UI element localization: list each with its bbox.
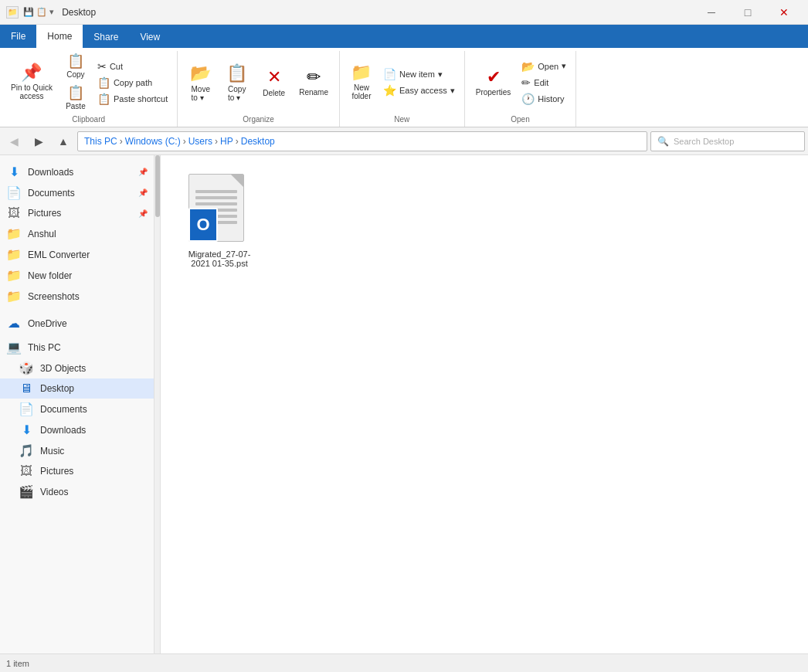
paste-shortcut-icon: 📋 bbox=[97, 93, 110, 105]
copy-path-icon: 📋 bbox=[97, 76, 110, 89]
downloads2-icon: ⬇ bbox=[19, 423, 34, 437]
tab-share[interactable]: Share bbox=[83, 26, 129, 48]
status-text: 1 item bbox=[6, 659, 29, 668]
path-drive[interactable]: Windows (C:) bbox=[125, 136, 181, 147]
organize-label: Organize bbox=[184, 114, 333, 127]
status-bar: 1 item bbox=[0, 653, 808, 672]
copy-button[interactable]: 📋 Copy bbox=[60, 51, 91, 82]
thispc-icon: 💻 bbox=[6, 340, 22, 355]
open-label: Open bbox=[471, 114, 570, 127]
file-area: O Migrated_27-07-2021 01-35.pst bbox=[161, 155, 808, 672]
organize-content: 📂 Moveto ▾ 📋 Copyto ▾ ✕ Delete ✏ Rename bbox=[184, 51, 333, 114]
sidebar-item-desktop[interactable]: 🖥 Desktop bbox=[0, 378, 154, 399]
move-to-button[interactable]: 📂 Moveto ▾ bbox=[184, 60, 217, 105]
rename-button[interactable]: ✏ Rename bbox=[294, 66, 333, 100]
close-button[interactable]: ✕ bbox=[766, 0, 802, 25]
sidebar-item-pictures2[interactable]: 🖼 Pictures bbox=[0, 461, 154, 481]
delete-button[interactable]: ✕ Delete bbox=[256, 64, 291, 100]
sidebar-scrollbar[interactable] bbox=[154, 155, 161, 672]
file-item-pst[interactable]: O Migrated_27-07-2021 01-35.pst bbox=[173, 168, 266, 274]
copy-paste-col: 📋 Copy 📋 Paste bbox=[60, 51, 91, 114]
sidebar-item-videos[interactable]: 🎬 Videos bbox=[0, 481, 154, 502]
videos-icon: 🎬 bbox=[19, 484, 34, 499]
sidebar-item-eml-converter[interactable]: 📁 EML Converter bbox=[0, 244, 154, 265]
new-folder-button[interactable]: 📁 Newfolder bbox=[346, 61, 377, 104]
sidebar-item-3dobjects[interactable]: 🎲 3D Objects bbox=[0, 358, 154, 378]
path-desktop[interactable]: Desktop bbox=[241, 136, 275, 147]
forward-button[interactable]: ▶ bbox=[28, 131, 49, 152]
screenshots-icon: 📁 bbox=[6, 289, 22, 304]
app-icon: 📁 bbox=[6, 6, 19, 19]
new-folder-icon: 📁 bbox=[6, 268, 22, 283]
open-button[interactable]: 📂 Open ▾ bbox=[518, 59, 569, 74]
cut-button[interactable]: ✂ Cut bbox=[94, 59, 171, 74]
back-button[interactable]: ◀ bbox=[3, 131, 25, 152]
sidebar-item-documents[interactable]: 📄 Documents 📌 bbox=[0, 182, 154, 203]
properties-button[interactable]: ✔ Properties bbox=[471, 66, 516, 100]
rename-icon: ✏ bbox=[307, 69, 321, 86]
maximize-button[interactable]: □ bbox=[730, 0, 766, 25]
sidebar-item-onedrive[interactable]: ☁ OneDrive bbox=[0, 313, 154, 334]
edit-icon: ✏ bbox=[521, 76, 531, 89]
path-users[interactable]: Users bbox=[188, 136, 212, 147]
sidebar-item-new-folder[interactable]: 📁 New folder bbox=[0, 265, 154, 286]
sidebar-item-pictures[interactable]: 🖼 Pictures 📌 bbox=[0, 203, 154, 223]
pin-icon-3: 📌 bbox=[138, 209, 148, 218]
properties-icon: ✔ bbox=[487, 69, 501, 86]
history-icon: 🕐 bbox=[521, 93, 535, 105]
path-hp[interactable]: HP bbox=[220, 136, 233, 147]
sidebar-item-downloads[interactable]: ⬇ Downloads 📌 bbox=[0, 161, 154, 182]
new-item-button[interactable]: 📄 New item ▾ bbox=[380, 66, 458, 82]
copy-to-icon: 📋 bbox=[226, 63, 247, 83]
clipboard-content: 📌 Pin to Quick access 📋 Copy 📋 Paste ✂ C… bbox=[6, 51, 171, 114]
pin-icon: 📌 bbox=[21, 64, 42, 81]
open-group: ✔ Properties 📂 Open ▾ ✏ Edit 🕐 History bbox=[465, 51, 577, 127]
edit-button[interactable]: ✏ Edit bbox=[518, 75, 569, 90]
music-icon: 🎵 bbox=[19, 443, 34, 458]
sidebar-area: ⬇ Downloads 📌 📄 Documents 📌 🖼 Pictures 📌… bbox=[0, 155, 161, 672]
tab-view[interactable]: View bbox=[129, 26, 171, 48]
clipboard-group: 📌 Pin to Quick access 📋 Copy 📋 Paste ✂ C… bbox=[0, 51, 178, 127]
new-folder-icon: 📁 bbox=[351, 64, 372, 81]
copy-path-button[interactable]: 📋 Copy path bbox=[94, 75, 171, 90]
new-item-icon: 📄 bbox=[383, 68, 396, 80]
sidebar-item-thispc[interactable]: 💻 This PC bbox=[0, 337, 154, 358]
up-button[interactable]: ▲ bbox=[53, 131, 74, 152]
tab-home[interactable]: Home bbox=[36, 25, 83, 48]
delete-icon: ✕ bbox=[267, 67, 281, 87]
pin-icon: 📌 bbox=[138, 168, 148, 176]
anshul-folder-icon: 📁 bbox=[6, 226, 22, 241]
main-content: ⬇ Downloads 📌 📄 Documents 📌 🖼 Pictures 📌… bbox=[0, 155, 808, 672]
sidebar-item-anshul[interactable]: 📁 Anshul bbox=[0, 223, 154, 244]
history-button[interactable]: 🕐 History bbox=[518, 91, 569, 107]
tab-file[interactable]: File bbox=[0, 25, 36, 48]
minimize-button[interactable]: ─ bbox=[694, 0, 729, 25]
scroll-thumb[interactable] bbox=[155, 155, 160, 217]
move-to-icon: 📂 bbox=[190, 63, 211, 83]
paste-button[interactable]: 📋 Paste bbox=[60, 83, 91, 114]
easy-access-button[interactable]: ⭐ Easy access ▾ bbox=[380, 83, 458, 98]
pictures-icon: 🖼 bbox=[6, 206, 22, 220]
ribbon: 📌 Pin to Quick access 📋 Copy 📋 Paste ✂ C… bbox=[0, 48, 808, 127]
sidebar-item-documents2[interactable]: 📄 Documents bbox=[0, 399, 154, 419]
sidebar-item-screenshots[interactable]: 📁 Screenshots bbox=[0, 286, 154, 307]
sidebar-item-music[interactable]: 🎵 Music bbox=[0, 440, 154, 461]
copy-to-button[interactable]: 📋 Copyto ▾ bbox=[220, 60, 253, 105]
open-icon: 📂 bbox=[521, 60, 535, 73]
path-thispc[interactable]: This PC bbox=[84, 136, 117, 147]
address-path[interactable]: This PC › Windows (C:) › Users › HP › De… bbox=[77, 131, 647, 151]
ribbon-tabs: File Home Share View bbox=[0, 25, 808, 48]
desktop-icon: 🖥 bbox=[19, 382, 34, 395]
pin-to-quick-access-button[interactable]: 📌 Pin to Quick access bbox=[6, 61, 57, 104]
downloads-icon: ⬇ bbox=[6, 165, 22, 179]
documents2-icon: 📄 bbox=[19, 402, 34, 416]
new-label: New bbox=[346, 114, 458, 127]
search-box[interactable]: 🔍 Search Desktop bbox=[650, 131, 805, 151]
search-icon: 🔍 bbox=[657, 136, 669, 147]
paste-shortcut-button[interactable]: 📋 Paste shortcut bbox=[94, 91, 171, 107]
3dobjects-icon: 🎲 bbox=[19, 361, 34, 375]
new-group: 📁 Newfolder 📄 New item ▾ ⭐ Easy access ▾… bbox=[340, 51, 465, 127]
easy-access-icon: ⭐ bbox=[383, 84, 396, 97]
sidebar-item-downloads2[interactable]: ⬇ Downloads bbox=[0, 419, 154, 440]
pictures2-icon: 🖼 bbox=[19, 464, 34, 478]
